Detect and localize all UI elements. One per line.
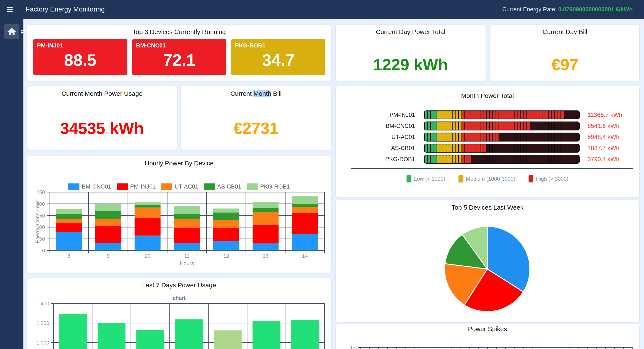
bar-segment [56,214,82,219]
bar-segment [95,211,121,219]
svg-text:150: 150 [36,213,45,219]
gauge-segment [446,133,449,141]
gauge-segment [539,111,542,119]
last7-grid: 1,4001,2001,000 [36,301,324,349]
bar-segment [56,232,82,251]
legend-swatch [458,175,463,182]
gauge-segment [440,144,443,152]
gauge-segment [524,155,527,163]
gauge-segment [548,133,551,141]
legend-item: Medium (1000-3000) [458,175,515,182]
top5-pie-chart [336,200,639,322]
gauge-segment [533,144,536,152]
bar-segment [292,207,318,213]
gauge-segment [474,133,477,141]
tile-value: 88.5 [33,52,127,68]
gauge-segment [484,144,486,152]
gauge-device-label: UT-AC01 [336,134,418,140]
gauge-segment [446,144,449,152]
gauge-segment [434,144,437,152]
gauge-segment [546,122,548,130]
bar-segment [213,212,239,220]
legend-item: High (> 3000) [528,175,568,182]
gauge-segment [539,155,542,163]
gauge-segment [425,122,428,130]
month-bill-value: €2731 [181,120,331,136]
legend-item: BM-CNC01 [68,183,111,190]
tile-value: 72.1 [132,52,226,68]
bar-segment [56,219,82,223]
bar-segment [56,209,82,214]
pie-slice [487,226,530,292]
card-title: Current Month Power Usage [27,86,177,97]
sidebar-clipped-label: F [20,29,24,36]
gauge-segment [514,111,517,119]
gauge-row: PM-INJ0111366.7 kWh [336,109,639,120]
gauge-segment [499,144,502,152]
bar [136,330,164,349]
gauge-segment [452,133,455,141]
gauge-segment [552,122,554,130]
gauge-segment [434,155,437,163]
gauge-segment [446,111,449,119]
selected-text: Month [254,90,271,97]
gauge-segment [459,133,462,141]
gauge-device-label: AS-CB01 [336,145,418,152]
gauge-segment [518,144,520,152]
bar-segment [134,205,160,208]
bar [59,314,87,349]
top3-tiles: PM-INJ0188.5BM-CNC0172.1PKG-ROB134.7 [33,39,326,75]
gauge-segment [536,122,539,130]
gauge-segment [490,122,492,130]
gauge-segment [484,133,486,141]
svg-text:100: 100 [36,224,45,230]
gauge-segment [521,144,524,152]
gauge-segment [508,122,511,130]
hourly-grid: 050100150200250 [36,189,324,254]
sidebar-home-button[interactable] [4,24,20,39]
gauge-segment [449,111,452,119]
bar-segment [252,212,278,225]
gauge-segment [493,144,496,152]
gauge-segment [465,155,468,163]
gauge-segment [462,111,465,119]
gauge-segment [449,155,452,163]
gauge-bar [424,144,580,153]
gauge-segment [468,133,471,141]
gauge-segment [493,133,496,141]
gauge-segment [449,144,452,152]
legend-label: PKG-ROB1 [260,183,290,190]
gauge-segment [570,155,573,163]
gauge-segment [527,122,530,130]
gauge-segment [567,133,570,141]
gauge-segment [449,122,452,130]
legend-item: PM-INJ01 [117,183,156,190]
gauge-segment [511,144,514,152]
gauge-segment [496,133,499,141]
bar-segment [134,208,160,218]
gauge-segment [437,144,440,152]
gauge-segment [527,144,530,152]
svg-text:1,400: 1,400 [36,301,49,307]
y-axis-title: Energy Consumed [34,199,40,243]
gauge-segment [505,133,508,141]
gauge-segment [499,122,502,130]
legend-label: High (> 3000) [536,176,568,182]
x-tick-label: 13 [263,253,268,259]
gauge-segment [505,155,508,163]
gauge-segment [521,111,524,119]
svg-text:50: 50 [39,236,45,242]
svg-text:1,200: 1,200 [36,320,49,326]
gauge-segment [524,111,527,119]
gauge-segment [452,122,455,130]
gauge-segment [514,155,517,163]
gauge-segment [524,144,527,152]
gauge-segment [486,144,490,152]
pie-slice [462,226,487,269]
bar [214,331,242,349]
gauge-segment [542,155,545,163]
month-usage-value: 34535 kWh [27,120,177,136]
gauge-segment [502,111,505,119]
menu-button[interactable] [6,7,13,12]
card-hourly-power: Hourly Power By Device BM-CNC01PM-INJ01U… [27,156,331,273]
